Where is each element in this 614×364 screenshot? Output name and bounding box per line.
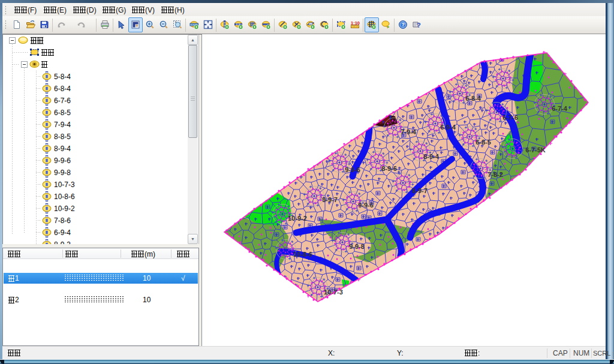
svg-text:6-7-5K: 6-7-5K	[525, 146, 546, 154]
svg-text:8-9-7: 8-9-7	[412, 187, 428, 194]
svg-text:6-9-4: 6-9-4	[440, 124, 456, 131]
svg-text:8-9-6: 8-9-6	[381, 165, 397, 172]
svg-text:6-8-5: 6-8-5	[475, 139, 491, 146]
svg-text:?: ?	[417, 22, 421, 29]
svg-text:9-9-7: 9-9-7	[322, 196, 338, 203]
svg-text:?: ?	[401, 22, 405, 28]
svg-text:6-8-4: 6-8-4	[465, 95, 481, 102]
svg-text:9-9-6: 9-9-6	[358, 201, 374, 209]
svg-text:10-7-3: 10-7-3	[324, 288, 343, 296]
svg-text:9-9-8: 9-9-8	[349, 243, 365, 250]
svg-text:7-9-4: 7-9-4	[401, 128, 417, 136]
svg-text:9-9-6: 9-9-6	[345, 166, 360, 173]
svg-text:10-8-6: 10-8-6	[293, 251, 312, 258]
svg-text:6-7-4: 6-7-4	[552, 105, 568, 112]
svg-text:10-9-2: 10-9-2	[288, 215, 307, 222]
svg-text:6-7-6: 6-7-6	[502, 114, 518, 121]
svg-text:8-9-4: 8-9-4	[423, 153, 440, 160]
svg-text:7-8-2: 7-8-2	[487, 171, 503, 178]
svg-text:1:10: 1:10	[351, 20, 360, 26]
